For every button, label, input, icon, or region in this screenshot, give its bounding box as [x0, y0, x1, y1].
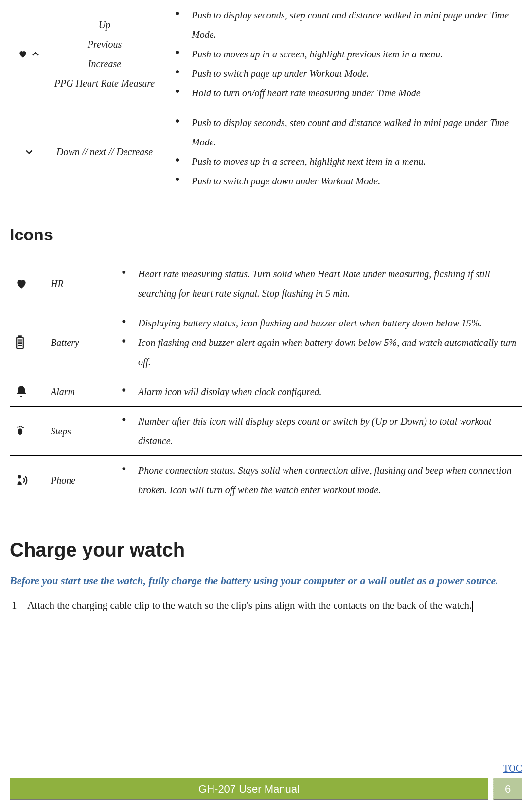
icon-name: Phone — [49, 456, 107, 505]
icon-name: Alarm — [49, 377, 107, 407]
bell-icon — [15, 385, 28, 398]
charge-steps: 1 Attach the charging cable clip to the … — [10, 596, 522, 615]
button-label: Up Previous Increase PPG Heart Rate Meas… — [49, 0, 160, 108]
icon-name: HR — [49, 259, 107, 308]
icons-heading: Icons — [10, 225, 522, 244]
label-line: PPG Heart Rate Measure — [49, 73, 160, 93]
icon-cell — [10, 308, 49, 377]
icon-desc: Alarm icon will display when clock confi… — [107, 377, 522, 407]
desc-item: Hold to turn on/off heart rate measuring… — [175, 83, 522, 103]
label-line: Increase — [49, 54, 160, 73]
footer-page-number: 6 — [493, 778, 522, 800]
step-item: 1 Attach the charging cable clip to the … — [12, 596, 522, 615]
button-desc: Push to display seconds, step count and … — [160, 0, 522, 108]
text-cursor — [472, 601, 473, 612]
toc-link-wrap: TOC — [10, 763, 522, 774]
desc-item: Displaying battery status, icon flashing… — [122, 313, 522, 333]
label-line: Down // next // Decrease — [49, 142, 160, 162]
heart-icon — [15, 277, 28, 290]
footer-title: GH-207 User Manual — [10, 778, 488, 800]
svg-point-9 — [20, 426, 22, 427]
heart-icon — [18, 49, 28, 59]
icon-desc: Displaying battery status, icon flashing… — [107, 308, 522, 377]
battery-icon — [15, 335, 25, 350]
desc-item: Push to switch page up under Workout Mod… — [175, 64, 522, 83]
svg-point-8 — [19, 426, 20, 427]
button-icon-cell — [10, 108, 49, 196]
desc-item: Alarm icon will display when clock confi… — [122, 382, 522, 401]
icon-cell — [10, 407, 49, 456]
step-number: 1 — [12, 596, 17, 615]
svg-rect-1 — [18, 336, 21, 337]
label-line: Up — [49, 15, 160, 35]
icon-name: Battery — [49, 308, 107, 377]
svg-point-7 — [17, 426, 18, 428]
desc-item: Icon flashing and buzzer alert again whe… — [122, 333, 522, 372]
icon-name: Steps — [49, 407, 107, 456]
desc-item: Push to moves up in a screen, highlight … — [175, 44, 522, 64]
charge-intro: Before you start use the watch, fully ch… — [10, 571, 522, 591]
button-desc: Push to display seconds, step count and … — [160, 108, 522, 196]
chevron-down-icon — [24, 147, 35, 157]
desc-item: Push to switch page down under Workout M… — [175, 171, 522, 191]
desc-item: Push to display seconds, step count and … — [175, 5, 522, 44]
toc-link[interactable]: TOC — [503, 763, 522, 774]
icon-desc: Phone connection status. Stays solid whe… — [107, 456, 522, 505]
icon-cell — [10, 456, 49, 505]
icon-cell — [10, 377, 49, 407]
desc-item: Number after this icon will display step… — [122, 412, 522, 451]
label-line: Previous — [49, 35, 160, 54]
charge-heading: Charge your watch — [10, 539, 522, 561]
desc-item: Push to moves up in a screen, highlight … — [175, 152, 522, 171]
button-label: Down // next // Decrease — [49, 108, 160, 196]
icon-desc: Number after this icon will display step… — [107, 407, 522, 456]
svg-point-6 — [18, 428, 22, 435]
step-text: Attach the charging cable clip to the wa… — [27, 599, 472, 611]
svg-point-11 — [18, 475, 21, 479]
desc-item: Push to display seconds, step count and … — [175, 113, 522, 152]
desc-item: Heart rate measuring status. Turn solid … — [122, 264, 522, 303]
icon-desc: Heart rate measuring status. Turn solid … — [107, 259, 522, 308]
svg-rect-0 — [17, 337, 23, 348]
icon-cell — [10, 259, 49, 308]
icons-table: HR Heart rate measuring status. Turn sol… — [10, 259, 522, 505]
svg-point-10 — [22, 427, 24, 428]
desc-item: Phone connection status. Stays solid whe… — [122, 461, 522, 500]
page-footer: TOC GH-207 User Manual 6 — [10, 763, 522, 800]
footsteps-icon — [15, 424, 29, 438]
button-icon-cell — [10, 0, 49, 108]
phone-signal-icon — [15, 473, 30, 487]
buttons-table: Up Previous Increase PPG Heart Rate Meas… — [10, 0, 522, 196]
chevron-up-icon — [30, 49, 41, 59]
